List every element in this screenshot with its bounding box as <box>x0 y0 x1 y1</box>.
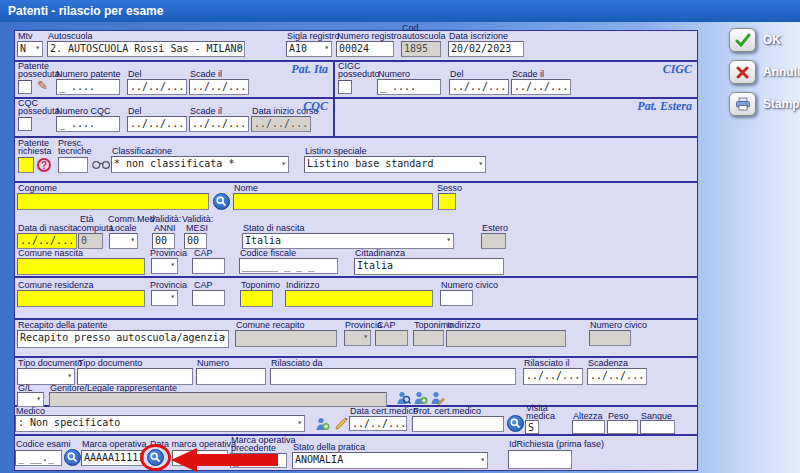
cigc-scade-label: Scade il <box>512 70 544 79</box>
rilasciato-il-label: Rilasciato il <box>524 359 570 368</box>
help-question-icon[interactable] <box>37 158 51 172</box>
scadenza-field[interactable]: ../../.... <box>587 368 647 385</box>
rilasciato-il-field[interactable]: ../../.... <box>523 368 583 385</box>
cqc-posseduta-checkbox[interactable] <box>18 117 32 131</box>
cigc-del-label: Del <box>450 70 464 79</box>
cigc-tag: CIGC <box>650 62 692 77</box>
numero-civico-recapito-field <box>589 330 631 346</box>
visita-medica-field[interactable]: S <box>525 420 539 434</box>
sesso-field[interactable] <box>438 193 456 210</box>
cigc-scade-field[interactable]: ../../.... <box>511 79 571 95</box>
window-title: Patenti - rilascio per esame <box>0 4 163 18</box>
data-nascita-field[interactable]: ../../.... <box>17 233 77 249</box>
validita-anni-label-2: ANNI <box>154 224 176 233</box>
medico-add-icon[interactable] <box>315 416 330 431</box>
prot-search-icon[interactable] <box>507 415 524 432</box>
person-search-icon[interactable] <box>396 390 411 405</box>
eta-compiuta-field: 0 <box>78 233 103 249</box>
peso-field[interactable] <box>607 420 638 434</box>
prot-cert-medico-field[interactable] <box>412 416 504 432</box>
autoscuola-label: Autoscuola <box>48 32 93 41</box>
altezza-field[interactable] <box>572 420 605 434</box>
search-person-icon[interactable] <box>213 193 230 210</box>
classificazione-select[interactable]: * non classificata * <box>111 156 289 173</box>
title-bar: Patenti - rilascio per esame <box>0 0 800 22</box>
stato-nascita-select[interactable]: Italia <box>242 233 454 249</box>
medico-edit-icon[interactable] <box>334 416 349 431</box>
annulla-button[interactable] <box>729 60 756 84</box>
stato-pratica-select[interactable]: ANOMALIA <box>292 452 488 469</box>
sigla-registro-select[interactable]: A10 <box>286 41 332 57</box>
ok-button-label: OK <box>763 33 781 47</box>
cap-nascita-label: CAP <box>194 249 213 258</box>
cigc-posseduto-checkbox[interactable] <box>338 80 352 94</box>
patente-posseduta-checkbox[interactable] <box>18 80 32 94</box>
documento-numero-field[interactable] <box>196 368 266 385</box>
annotation-arrow-head <box>171 448 197 472</box>
cigc-numero-field[interactable]: _ .... <box>377 79 441 95</box>
data-cert-medico-field[interactable]: ../../.... <box>349 416 407 431</box>
annotation-arrow-body <box>196 454 278 466</box>
cap-nascita-field[interactable] <box>192 258 225 274</box>
id-richiesta-field[interactable] <box>508 450 572 469</box>
comune-nascita-label: Comune nascita <box>18 249 83 258</box>
rilasciato-da-field[interactable] <box>270 368 516 385</box>
numero-registro-field[interactable]: 00024 <box>336 41 394 57</box>
stato-pratica-label: Stato della pratica <box>293 443 365 452</box>
cigc-del-field[interactable]: ../../.... <box>449 79 509 95</box>
cigc-numero-label: Numero <box>378 70 410 79</box>
gl-select[interactable] <box>17 392 44 407</box>
codice-esami-field[interactable]: _ __._ <box>15 450 62 466</box>
indirizzo-residenza-field[interactable] <box>285 290 433 307</box>
prot-cert-medico-label: Prot. cert.medico <box>413 407 481 416</box>
person-add-icon[interactable] <box>413 390 428 405</box>
comune-residenza-field[interactable] <box>17 290 145 307</box>
cittadinanza-field[interactable]: Italia <box>354 258 504 275</box>
toponimo-residenza-field[interactable] <box>240 290 273 307</box>
comune-recapito-field <box>235 330 337 347</box>
comune-nascita-field[interactable] <box>17 258 145 275</box>
data-iscrizione-field[interactable]: 20/02/2023 <box>448 41 524 57</box>
marca-operativa-field[interactable]: AAAAA11111 <box>81 450 144 466</box>
listino-speciale-select[interactable]: Listino base standard <box>304 156 486 173</box>
nome-field[interactable] <box>233 193 433 210</box>
presc-tecniche-field[interactable] <box>58 157 88 173</box>
cognome-field[interactable] <box>17 193 209 210</box>
presc-tecniche-label-2: tecniche <box>58 147 92 156</box>
cap-residenza-field[interactable] <box>192 290 225 306</box>
edit-pencil-icon[interactable]: ✎ <box>37 79 48 92</box>
validita-anni-field[interactable]: 00 <box>152 233 175 249</box>
patente-richiesta-field[interactable] <box>18 157 34 173</box>
recapito-patente-select[interactable]: Recapito presso autoscuola/agenzia <box>17 330 229 348</box>
tipo-documento-label: Tipo documento <box>78 359 142 368</box>
stampa-button[interactable] <box>729 92 756 116</box>
medico-select[interactable]: : Non specificato <box>15 415 305 432</box>
mtv-select[interactable]: N <box>17 41 43 57</box>
numero-cqc-field[interactable]: _ .... <box>56 116 120 132</box>
eyeglasses-icon[interactable] <box>92 160 111 170</box>
patente-scade-field[interactable]: ../../.... <box>189 79 249 95</box>
person-edit-icon[interactable] <box>430 390 445 405</box>
numero-patente-field[interactable]: _ .... <box>56 79 120 95</box>
estero-label: Estero <box>482 224 508 233</box>
cqc-del-field[interactable]: ../../.... <box>127 116 187 132</box>
cod-autoscuola-label-2: autoscuola <box>402 32 446 41</box>
sangue-field[interactable] <box>640 420 675 434</box>
ok-button[interactable] <box>729 28 756 52</box>
patente-del-field[interactable]: ../../.... <box>127 79 187 95</box>
numero-civico-residenza-field[interactable] <box>440 290 473 306</box>
estero-field <box>481 233 506 249</box>
comm-med-select[interactable] <box>109 233 138 249</box>
cqc-posseduta-label-2: posseduta <box>18 107 60 116</box>
eta-label-2: compiuta <box>77 224 114 233</box>
cqc-scade-field[interactable]: ../../.... <box>189 116 249 132</box>
provincia-nascita-select[interactable] <box>151 258 178 274</box>
comm-med-label-2: Locale <box>110 224 137 233</box>
comune-residenza-label: Comune residenza <box>18 281 94 290</box>
genitore-field <box>49 392 387 407</box>
provincia-residenza-select[interactable] <box>151 290 178 306</box>
codice-esami-search-icon[interactable] <box>64 449 81 466</box>
autoscuola-select[interactable]: 2. AUTOSCUOLA Rossi Sas - MILANO <box>47 41 245 57</box>
validita-mesi-field[interactable]: 00 <box>184 233 207 249</box>
codice-fiscale-field[interactable]: ______ _ _ _ <box>239 258 338 274</box>
